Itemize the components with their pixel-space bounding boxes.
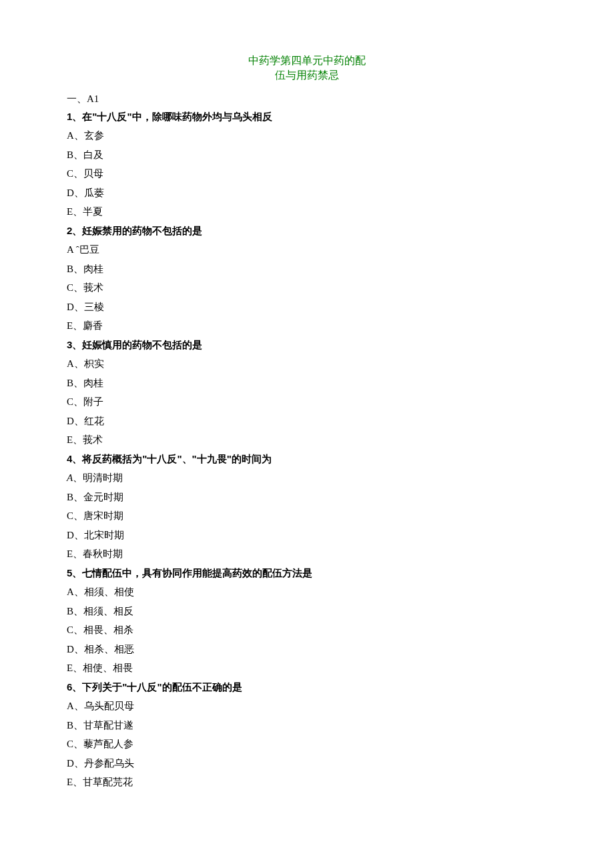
option: E、春秋时期 — [67, 546, 547, 562]
option: B、甘草配甘遂 — [67, 718, 547, 733]
option: A、枳实 — [67, 356, 547, 372]
question-stem: 1、在"十八反"中，除哪味药物外均与乌头相反 — [67, 109, 547, 125]
option: E、麝香 — [67, 318, 547, 334]
option-text: 、明清时期 — [73, 472, 123, 483]
option: B、肉桂 — [67, 376, 547, 391]
page-title: 中药学第四单元中药的配 伍与用药禁忌 — [67, 53, 547, 83]
question-stem: 2、妊娠禁用的药物不包括的是 — [67, 224, 547, 239]
option: E、莪术 — [67, 432, 547, 448]
option: B、肉桂 — [67, 262, 547, 277]
option: A、玄参 — [67, 128, 547, 143]
option: D、三棱 — [67, 300, 547, 315]
option: C、贝母 — [67, 166, 547, 181]
option: C、藜芦配人参 — [67, 737, 547, 752]
option: E、甘草配芫花 — [67, 775, 547, 790]
option: C、莪术 — [67, 280, 547, 296]
section-header: 一、A1 — [67, 93, 547, 105]
option: D、瓜蒌 — [67, 185, 547, 201]
option: B、白及 — [67, 147, 547, 163]
option: A、相须、相使 — [67, 584, 547, 600]
option: D、相杀、相恶 — [67, 642, 547, 657]
option: C、附子 — [67, 394, 547, 410]
option: C、相畏、相杀 — [67, 622, 547, 638]
option: B、相须、相反 — [67, 604, 547, 619]
title-line2: 伍与用药禁忌 — [275, 69, 339, 81]
option: A ˆ巴豆 — [67, 242, 547, 258]
question-stem: 4、将反药概括为"十八反"、"十九畏"的时间为 — [67, 452, 547, 467]
option: C、唐宋时期 — [67, 508, 547, 524]
option: E、半夏 — [67, 204, 547, 220]
option: A、明清时期 — [67, 470, 547, 486]
option: A、乌头配贝母 — [67, 699, 547, 714]
option: D、北宋时期 — [67, 528, 547, 543]
question-stem: 5、七情配伍中，具有协同作用能提高药效的配伍方法是 — [67, 566, 547, 581]
title-line1: 中药学第四单元中药的配 — [248, 55, 366, 66]
option: D、丹参配乌头 — [67, 756, 547, 771]
option: E、相使、相畏 — [67, 661, 547, 676]
question-stem: 6、下列关于"十八反"的配伍不正确的是 — [67, 680, 547, 695]
question-stem: 3、妊娠慎用的药物不包括的是 — [67, 338, 547, 353]
option-letter-italic: A — [67, 472, 73, 483]
option: D、红花 — [67, 414, 547, 429]
option: B、金元时期 — [67, 490, 547, 505]
